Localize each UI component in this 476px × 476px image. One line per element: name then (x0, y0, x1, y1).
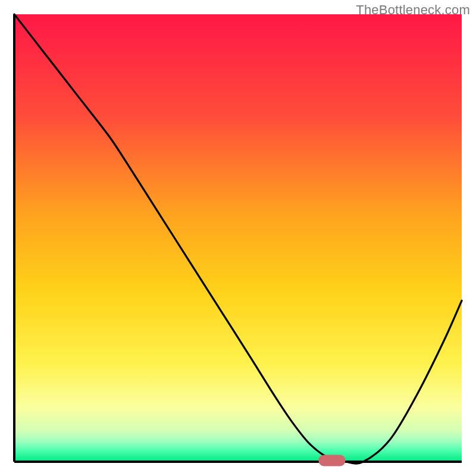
chart-stage: TheBottleneck.com (0, 0, 476, 476)
plot-background (14, 14, 462, 462)
bottleneck-chart (0, 0, 476, 476)
optimum-marker (318, 455, 345, 466)
